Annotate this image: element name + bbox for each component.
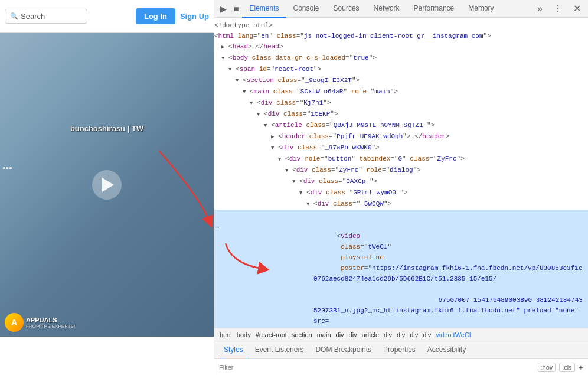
breadcrumb-item[interactable]: main <box>315 331 333 338</box>
dom-line[interactable]: ▼ <main class="SCxLW o64aR" role="main"> <box>214 86 588 97</box>
devtools-tab-bar: ▶ ■ Elements Console Sources Network Per… <box>214 0 588 18</box>
filter-bar: :hov .cls + <box>214 358 588 375</box>
breadcrumb-bar: html body #react-root section main div d… <box>214 328 588 341</box>
dom-line[interactable]: ▼ <div class="_97aPb wKWK0"> <box>214 142 588 154</box>
dom-line[interactable]: ▼ <div class="Kj7h1"> <box>214 97 588 109</box>
dom-line[interactable]: ▶ <head>…</head> <box>214 41 588 53</box>
devtools-more-button[interactable]: » <box>533 2 547 16</box>
dom-line[interactable]: ▼ <article class="QBXjJ M9sTE h0YNM SgTZ… <box>214 120 588 131</box>
filter-add-button[interactable]: + <box>579 363 583 372</box>
logo-text-group: APPUALS FROM THE EXPERTS! <box>26 317 75 329</box>
devtools-settings-icon[interactable]: ⋮ <box>548 1 567 16</box>
search-label: Search <box>21 12 45 21</box>
dom-line[interactable]: <!doctype html> <box>214 20 588 31</box>
logo-sub-text: FROM THE EXPERTS! <box>26 324 75 329</box>
dom-line[interactable]: ▶ <header class="Ppjfr UE9AK wdOqh">…</h… <box>214 131 588 142</box>
breadcrumb-item[interactable]: div <box>382 331 394 338</box>
breadcrumb-item[interactable]: #react-root <box>254 331 289 338</box>
breadcrumb-item[interactable]: body <box>235 331 253 338</box>
breadcrumb-item[interactable]: article <box>360 331 381 338</box>
dom-tree[interactable]: <!doctype html><html lang="en" class="js… <box>214 18 588 328</box>
tab-performance[interactable]: Performance <box>407 0 462 18</box>
filter-cls-button[interactable]: .cls <box>559 363 575 372</box>
dom-line[interactable]: ▼ <span id="react-root"> <box>214 64 588 75</box>
devtools-close-icon[interactable]: ✕ <box>569 1 586 16</box>
breadcrumb-item[interactable]: div <box>347 331 359 338</box>
login-button[interactable]: Log In <box>136 8 175 24</box>
video-area: bunchoshirasu | TW <box>0 33 214 337</box>
dom-line[interactable]: ▼ <div class="1tEKP"> <box>214 109 588 120</box>
dom-line[interactable]: ▼ <section class="_9eogI E3X2T"> <box>214 75 588 86</box>
dom-line[interactable]: <html lang="en" class="js not-logged-in … <box>214 31 588 41</box>
devtools-cursor-icon[interactable]: ▶ <box>217 2 230 16</box>
dom-line[interactable]: … <video class="tWeCl" playsinline poste… <box>214 210 588 328</box>
tab-event-listeners[interactable]: Event Listeners <box>249 341 310 359</box>
breadcrumb-item[interactable]: div <box>408 331 420 338</box>
dom-line[interactable]: ▼ <div class="GRtmf wymO0 "> <box>214 187 588 198</box>
tab-console[interactable]: Console <box>286 0 326 18</box>
bottom-panel-tabs: Styles Event Listeners DOM Breakpoints P… <box>214 341 588 358</box>
tab-styles[interactable]: Styles <box>218 341 249 359</box>
dom-line[interactable]: ▼ <div class="ZyFrc" role="dialog"> <box>214 165 588 176</box>
devtools-main: ▶ ■ Elements Console Sources Network Per… <box>214 0 588 375</box>
breadcrumb-item[interactable]: div <box>395 331 407 338</box>
breadcrumb-item[interactable]: div <box>334 331 346 338</box>
tab-properties[interactable]: Properties <box>377 341 422 359</box>
dom-line[interactable]: ▼ <div role="button" tabindex="0" class=… <box>214 154 588 165</box>
devtools-panel: ▶ ■ Elements Console Sources Network Per… <box>214 0 588 375</box>
signup-button[interactable]: Sign Up <box>180 12 209 21</box>
tab-sources[interactable]: Sources <box>326 0 367 18</box>
devtools-inspect-icon[interactable]: ■ <box>230 2 242 16</box>
more-options-left[interactable]: ••• <box>0 161 15 176</box>
devtools-more-group: » ⋮ ✕ <box>533 1 586 16</box>
logo-circle: A <box>5 313 24 332</box>
search-box[interactable]: 🔍 Search <box>5 9 87 24</box>
play-button[interactable] <box>92 170 122 200</box>
video-title: bunchoshirasu | TW <box>70 124 143 133</box>
breadcrumb-item[interactable]: section <box>290 331 314 338</box>
dom-line[interactable]: ▼ <div class="OAXCp "> <box>214 176 588 187</box>
browser-viewport: 🔍 Search Log In Sign Up bunchoshirasu | … <box>0 0 214 337</box>
breadcrumb-item[interactable]: video.tWeCl <box>434 331 472 338</box>
tab-dom-breakpoints[interactable]: DOM Breakpoints <box>309 341 377 359</box>
tab-network[interactable]: Network <box>367 0 407 18</box>
logo-main-text: APPUALS <box>26 317 75 324</box>
filter-input[interactable] <box>219 364 534 371</box>
browser-header: 🔍 Search Log In Sign Up <box>0 0 214 33</box>
breadcrumb-item[interactable]: div <box>421 331 433 338</box>
play-icon <box>102 178 114 192</box>
search-icon: 🔍 <box>10 12 18 20</box>
appuals-logo: A APPUALS FROM THE EXPERTS! <box>5 313 75 332</box>
dom-line[interactable]: ▼ <body class data-gr-c-s-loaded="true"> <box>214 53 588 64</box>
tab-memory[interactable]: Memory <box>461 0 501 18</box>
filter-hov-button[interactable]: :hov <box>538 363 556 372</box>
tab-elements[interactable]: Elements <box>242 0 286 18</box>
dom-line[interactable]: ▼ <div class="_5wCQW"> <box>214 198 588 210</box>
breadcrumb-item[interactable]: html <box>218 331 234 338</box>
tab-accessibility[interactable]: Accessibility <box>422 341 472 359</box>
